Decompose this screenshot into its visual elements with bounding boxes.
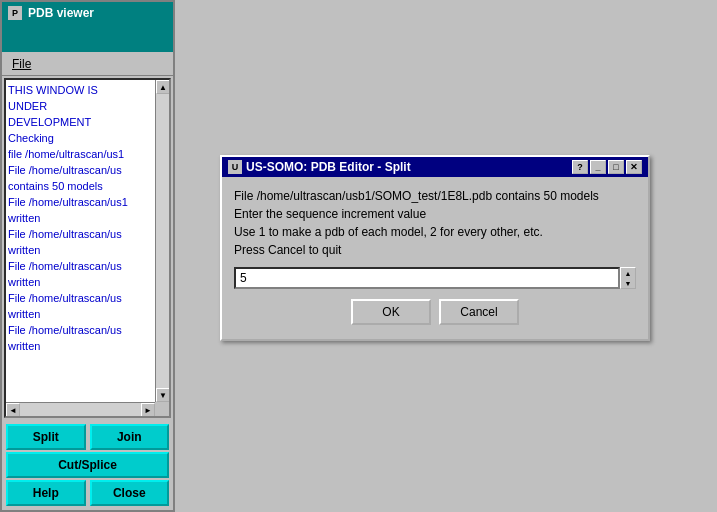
log-line: written — [8, 242, 153, 258]
scroll-left-button[interactable]: ◄ — [6, 403, 20, 417]
scroll-track-horizontal[interactable] — [20, 403, 141, 416]
help-button[interactable]: Help — [6, 480, 86, 506]
dialog-line-4: Press Cancel to quit — [234, 241, 636, 259]
pdb-titlebar: P PDB viewer — [2, 2, 173, 24]
dialog-messages: File /home/ultrascan/usb1/SOMO_test/1E8L… — [234, 187, 636, 259]
log-line: Checking — [8, 130, 153, 146]
dialog-question-button[interactable]: ? — [572, 160, 588, 174]
pdb-title-icon: P — [8, 6, 22, 20]
scroll-right-button[interactable]: ► — [141, 403, 155, 417]
split-button[interactable]: Split — [6, 424, 86, 450]
pdb-toolbar — [2, 24, 173, 52]
log-line: File /home/ultrascan/us1 — [8, 194, 153, 210]
dialog-title-left: U US-SOMO: PDB Editor - Split — [228, 160, 411, 174]
dialog-titlebar: U US-SOMO: PDB Editor - Split ? _ □ ✕ — [222, 157, 648, 177]
spin-down-button[interactable]: ▼ — [621, 278, 635, 288]
vertical-scrollbar: ▲ ▼ — [155, 80, 169, 402]
menu-bar: File — [2, 52, 173, 76]
log-line: File /home/ultrascan/us — [8, 290, 153, 306]
dialog-title-buttons: ? _ □ ✕ — [572, 160, 642, 174]
log-line: written — [8, 306, 153, 322]
log-line: File /home/ultrascan/us — [8, 162, 153, 178]
log-line: written — [8, 338, 153, 354]
log-line: File /home/ultrascan/us — [8, 322, 153, 338]
ok-button[interactable]: OK — [351, 299, 431, 325]
dialog-title-text: US-SOMO: PDB Editor - Split — [246, 160, 411, 174]
dialog-button-row: OK Cancel — [234, 299, 636, 329]
log-line: file /home/ultrascan/us1 — [8, 146, 153, 162]
join-button[interactable]: Join — [90, 424, 170, 450]
sequence-increment-input[interactable] — [234, 267, 620, 289]
dialog-title-icon: U — [228, 160, 242, 174]
dialog-maximize-button[interactable]: □ — [608, 160, 624, 174]
split-dialog: U US-SOMO: PDB Editor - Split ? _ □ ✕ Fi… — [220, 155, 650, 341]
spin-control[interactable]: ▲ ▼ — [620, 267, 636, 289]
log-scroll-content: THIS WINDOW IS UNDER DEVELOPMENT Checkin… — [6, 80, 155, 402]
dialog-line-2: Enter the sequence increment value — [234, 205, 636, 223]
log-text: THIS WINDOW IS UNDER DEVELOPMENT Checkin… — [6, 80, 155, 356]
dialog-minimize-button[interactable]: _ — [590, 160, 606, 174]
scrollbar-corner — [155, 402, 169, 416]
log-line: THIS WINDOW IS — [8, 82, 153, 98]
split-join-row: Split Join — [6, 424, 169, 450]
scroll-down-button[interactable]: ▼ — [156, 388, 170, 402]
bottom-buttons: Split Join Cut/Splice Help Close — [2, 420, 173, 510]
dialog-input-row: ▲ ▼ — [234, 267, 636, 289]
cancel-button[interactable]: Cancel — [439, 299, 519, 325]
pdb-title-text: PDB viewer — [28, 6, 94, 20]
scroll-track-vertical[interactable] — [156, 94, 169, 388]
pdb-viewer-window: P PDB viewer File THIS WINDOW IS UNDER D… — [0, 0, 175, 512]
log-area: THIS WINDOW IS UNDER DEVELOPMENT Checkin… — [4, 78, 171, 418]
log-line: written — [8, 274, 153, 290]
log-line: DEVELOPMENT — [8, 114, 153, 130]
log-line: contains 50 models — [8, 178, 153, 194]
scroll-up-button[interactable]: ▲ — [156, 80, 170, 94]
cut-splice-button[interactable]: Cut/Splice — [6, 452, 169, 478]
spin-up-button[interactable]: ▲ — [621, 268, 635, 278]
log-line: UNDER — [8, 98, 153, 114]
horizontal-scrollbar: ◄ ► — [6, 402, 155, 416]
close-button[interactable]: Close — [90, 480, 170, 506]
log-line: written — [8, 210, 153, 226]
cut-splice-row: Cut/Splice — [6, 452, 169, 478]
dialog-content: File /home/ultrascan/usb1/SOMO_test/1E8L… — [222, 177, 648, 339]
file-menu[interactable]: File — [6, 55, 37, 73]
log-line: File /home/ultrascan/us — [8, 226, 153, 242]
dialog-line-3: Use 1 to make a pdb of each model, 2 for… — [234, 223, 636, 241]
dialog-line-1: File /home/ultrascan/usb1/SOMO_test/1E8L… — [234, 187, 636, 205]
log-line: File /home/ultrascan/us — [8, 258, 153, 274]
help-close-row: Help Close — [6, 480, 169, 506]
dialog-close-button[interactable]: ✕ — [626, 160, 642, 174]
